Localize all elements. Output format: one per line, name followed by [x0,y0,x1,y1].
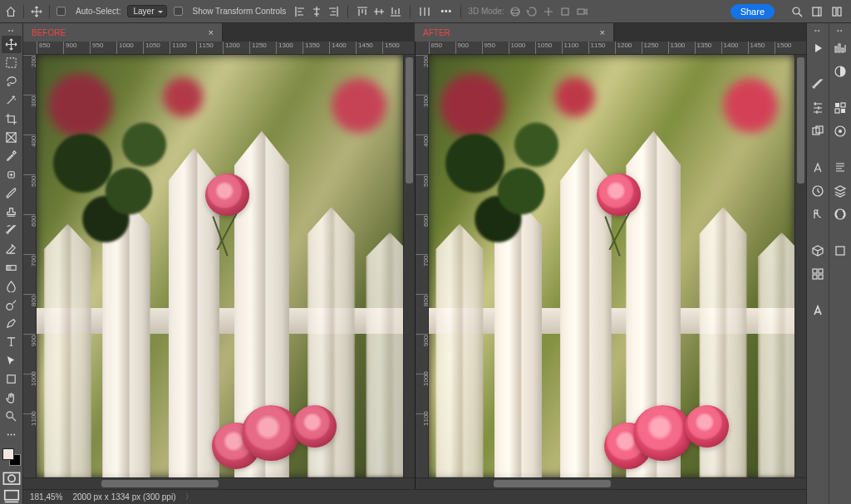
type-tool[interactable] [2,333,22,350]
document-dimensions[interactable]: 2000 px x 1334 px (300 ppi) [72,492,175,502]
arrange-icon[interactable] [831,6,843,17]
share-button[interactable]: Share [730,4,775,19]
svg-point-17 [13,434,15,436]
more-options-icon[interactable]: ••• [439,4,454,19]
actions-panel-icon[interactable] [809,39,827,57]
document-image [429,55,795,477]
close-icon[interactable]: × [600,27,605,37]
frame-tool[interactable] [2,129,22,146]
pen-tool[interactable] [2,315,22,332]
color-swatches[interactable] [2,448,21,466]
ruler-tick: 700 [30,256,37,267]
svg-point-16 [11,434,12,436]
document-tab-right[interactable]: AFTER × [415,23,614,42]
align-top-icon[interactable] [355,4,370,19]
gradient-tool[interactable] [2,259,22,276]
distribute-icon[interactable] [417,4,432,19]
align-right-icon[interactable] [326,4,341,19]
zoom-tool[interactable] [2,408,22,425]
3d-slide-icon[interactable] [559,6,571,17]
path-select-tool[interactable] [2,352,22,369]
svg-point-0 [511,7,519,16]
stamp-tool[interactable] [2,203,22,220]
scrollbar-horizontal[interactable] [23,477,415,489]
properties-panel-icon[interactable] [831,242,849,260]
auto-select-checkbox[interactable] [57,7,66,16]
edit-toolbar-icon[interactable] [2,426,22,443]
ruler-horizontal[interactable]: 850 900 950 1000 1050 1100 1150 1200 125… [416,42,807,55]
align-bottom-icon[interactable] [388,4,403,19]
show-transform-checkbox[interactable] [174,7,183,16]
panel-grip-icon[interactable]: •• [814,27,821,34]
ruler-tick: 800 [30,296,37,306]
scrollbar-vertical[interactable] [403,55,415,477]
align-center-v-icon[interactable] [371,4,386,19]
ruler-horizontal[interactable]: 850 900 950 1000 1050 1100 1150 1200 125… [23,42,415,55]
canvas[interactable] [37,55,403,477]
brushes-panel-icon[interactable] [809,76,827,94]
character-panel-icon[interactable] [809,159,827,177]
svg-rect-27 [819,275,823,279]
hand-tool[interactable] [2,389,22,406]
adjustments-panel-icon[interactable] [831,122,849,140]
libraries-panel-icon[interactable] [831,205,849,223]
svg-point-4 [793,7,799,14]
histogram-panel-icon[interactable] [831,39,849,57]
swatches-panel-icon[interactable] [831,99,849,117]
ruler-tick: 1200 [617,42,632,49]
align-center-h-icon[interactable] [309,4,324,19]
screen-mode-icon[interactable] [2,489,21,504]
dodge-tool[interactable] [2,296,22,313]
heal-tool[interactable] [2,166,22,183]
navigator-panel-icon[interactable] [809,265,827,283]
ruler-vertical[interactable]: 200 300 400 500 600 700 800 900 1000 110… [416,55,429,477]
scrollbar-vertical[interactable] [794,55,806,477]
brush-tool[interactable] [2,184,22,202]
crop-tool[interactable] [2,110,22,127]
3d-orbit-icon[interactable] [509,6,521,17]
eyedropper-tool[interactable] [2,147,22,164]
panel-grip-icon[interactable]: •• [0,27,22,35]
close-icon[interactable]: × [209,27,214,37]
scrollbar-horizontal[interactable] [416,477,807,489]
ruler-tick: 1150 [199,42,214,49]
svg-rect-2 [562,8,568,15]
workspace-icon[interactable] [811,6,823,17]
glyphs-panel-icon[interactable] [809,301,827,320]
svg-rect-8 [7,58,16,67]
3d-panel-icon[interactable] [809,242,827,260]
eraser-tool[interactable] [2,240,22,257]
3d-camera-icon[interactable] [576,6,588,17]
canvas[interactable] [429,55,795,477]
info-panel-icon[interactable] [831,62,849,81]
3d-pan-icon[interactable] [543,6,554,17]
history-panel-icon[interactable] [809,182,827,200]
marquee-tool[interactable] [2,54,22,71]
layers-panel-icon[interactable] [831,182,849,200]
move-tool-icon[interactable] [31,6,42,17]
history-brush-tool[interactable] [2,222,22,239]
3d-rotate-icon[interactable] [526,6,538,17]
auto-select-dropdown[interactable]: Layer [127,5,166,17]
paragraph-panel-icon[interactable] [831,159,849,177]
clone-source-panel-icon[interactable] [809,122,827,140]
ruler-vertical[interactable]: 200 300 400 500 600 700 800 900 1000 110… [23,55,37,477]
ruler-tick: 500 [422,176,429,187]
quick-mask-icon[interactable] [2,472,21,485]
zoom-level[interactable]: 181,45% [30,492,62,502]
chevron-right-icon[interactable]: 〉 [185,492,193,502]
shape-tool[interactable] [2,370,22,388]
move-tool[interactable] [2,36,22,53]
ruler-tick: 850 [39,42,50,49]
home-icon[interactable] [5,6,17,17]
tool-presets-panel-icon[interactable] [809,99,827,117]
foreground-color-swatch[interactable] [2,448,14,460]
panel-grip-icon[interactable]: •• [837,27,844,34]
styles-panel-icon[interactable] [809,205,827,223]
lasso-tool[interactable] [2,73,22,91]
wand-tool[interactable] [2,91,22,109]
search-icon[interactable] [791,6,803,17]
blur-tool[interactable] [2,277,22,295]
document-tab-left[interactable]: BEFORE × [23,23,223,42]
align-left-icon[interactable] [293,4,307,19]
